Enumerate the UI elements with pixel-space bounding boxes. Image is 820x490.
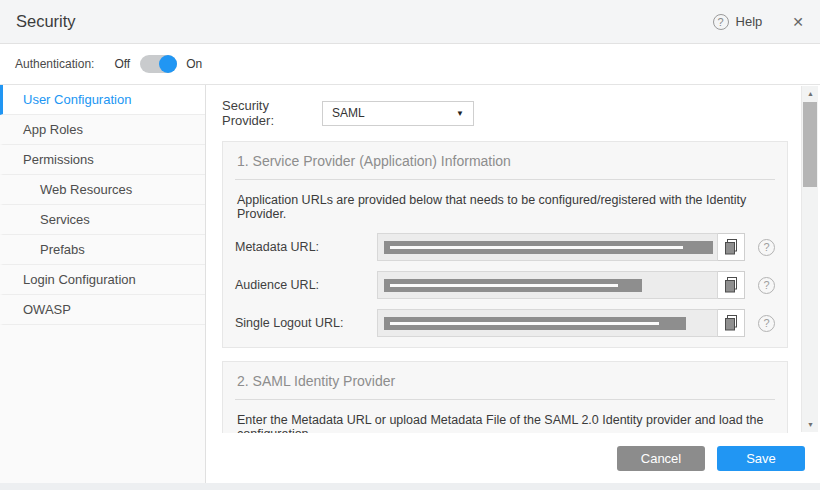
metadata-url-label: Metadata URL:	[235, 240, 377, 254]
section1-description: Application URLs are provided below that…	[235, 180, 775, 223]
sidebar-item-owasp[interactable]: OWASP	[0, 295, 205, 325]
page-background-strip	[0, 483, 820, 490]
scrollbar-thumb[interactable]	[803, 102, 817, 187]
section2-description: Enter the Metadata URL or upload Metadat…	[235, 400, 775, 433]
authentication-bar: Authentication: Off On	[0, 44, 820, 85]
audience-url-row: Audience URL: ?	[235, 271, 775, 299]
sidebar-item-web-resources[interactable]: Web Resources	[0, 175, 205, 205]
authentication-label: Authentication:	[15, 57, 94, 71]
sidebar-item-login-configuration[interactable]: Login Configuration	[0, 265, 205, 295]
section-saml-identity-provider: 2. SAML Identity Provider Enter the Meta…	[222, 361, 788, 433]
section1-title: 1. Service Provider (Application) Inform…	[235, 142, 775, 180]
metadata-url-input[interactable]	[377, 233, 718, 261]
security-dialog: Security ? Help ✕ Authentication: Off On…	[0, 0, 820, 483]
toggle-on-label: On	[186, 57, 202, 71]
dialog-header: Security ? Help ✕	[0, 0, 820, 44]
section-service-provider-info: 1. Service Provider (Application) Inform…	[222, 141, 788, 348]
sidebar-item-permissions[interactable]: Permissions	[0, 145, 205, 175]
audience-url-label: Audience URL:	[235, 278, 377, 292]
vertical-scrollbar[interactable]: ▲ ▼	[801, 86, 818, 432]
audience-url-help-icon[interactable]: ?	[758, 277, 775, 294]
single-logout-url-help-icon[interactable]: ?	[758, 315, 775, 332]
sidebar-item-user-configuration[interactable]: User Configuration	[0, 85, 205, 115]
page-title: Security	[16, 12, 76, 31]
copy-icon[interactable]	[717, 271, 745, 299]
audience-url-input[interactable]	[377, 271, 718, 299]
security-provider-select[interactable]: SAML ▼	[322, 101, 474, 126]
dialog-footer: Cancel Save	[206, 433, 820, 483]
metadata-url-help-icon[interactable]: ?	[758, 239, 775, 256]
scroll-up-icon[interactable]: ▲	[802, 86, 819, 101]
security-dialog-stage: Security ? Help ✕ Authentication: Off On…	[0, 0, 820, 490]
copy-icon[interactable]	[717, 233, 745, 261]
metadata-url-redacted-value	[384, 241, 713, 254]
sidebar-item-app-roles[interactable]: App Roles	[0, 115, 205, 145]
sidebar-item-prefabs[interactable]: Prefabs	[0, 235, 205, 265]
close-icon[interactable]: ✕	[792, 14, 804, 30]
cancel-button[interactable]: Cancel	[617, 446, 705, 471]
metadata-url-row: Metadata URL: ?	[235, 233, 775, 261]
security-provider-value: SAML	[332, 106, 456, 120]
single-logout-url-row: Single Logout URL: ?	[235, 309, 775, 337]
scroll-down-icon[interactable]: ▼	[802, 417, 819, 432]
main-content: Security Provider: SAML ▼ 1. Service Pro…	[206, 85, 820, 433]
sidebar-item-services[interactable]: Services	[0, 205, 205, 235]
single-logout-url-label: Single Logout URL:	[235, 316, 377, 330]
help-icon[interactable]: ?	[713, 14, 729, 30]
sidebar: User Configuration App Roles Permissions…	[0, 85, 206, 483]
authentication-toggle[interactable]	[140, 55, 177, 73]
single-logout-url-input[interactable]	[377, 309, 718, 337]
save-button[interactable]: Save	[717, 446, 805, 471]
security-provider-label: Security Provider:	[222, 98, 316, 128]
single-logout-url-redacted-value	[384, 317, 686, 330]
section2-title: 2. SAML Identity Provider	[235, 362, 775, 400]
chevron-down-icon: ▼	[456, 109, 464, 118]
help-link[interactable]: Help	[736, 14, 763, 29]
copy-icon[interactable]	[717, 309, 745, 337]
toggle-off-label: Off	[114, 57, 130, 71]
toggle-knob	[159, 55, 177, 73]
audience-url-redacted-value	[384, 279, 642, 292]
